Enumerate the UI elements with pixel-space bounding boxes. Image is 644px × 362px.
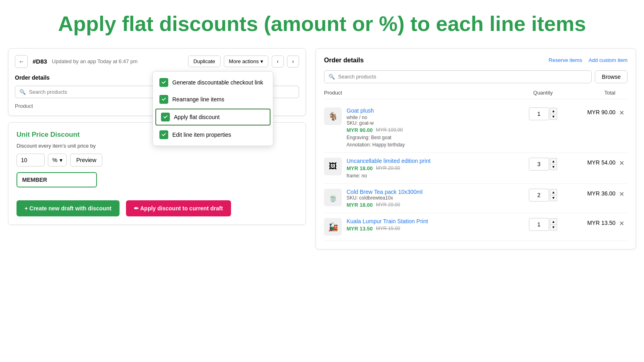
draft-card: ← #D83 Updated by an app Today at 6:47 p… — [8, 48, 306, 116]
price-original: MYR 20.00 — [376, 202, 400, 208]
preview-button[interactable]: Preview — [70, 154, 102, 167]
create-draft-button[interactable]: + Create new draft with discount — [17, 200, 120, 216]
right-panel: Order details Reserve items Add custom i… — [316, 48, 636, 249]
price-row: MYR 18.00 MYR 20.00 — [347, 202, 519, 208]
qty-up-button[interactable]: ▲ — [550, 158, 557, 164]
menu-item-apply-flat[interactable]: Apply flat discount — [155, 109, 270, 125]
table-row: 🚂 Kuala Lumpur Train Station Print MYR 1… — [324, 213, 627, 241]
back-button[interactable]: ← — [15, 55, 28, 68]
nav-next-button[interactable]: › — [287, 56, 299, 68]
menu-item-label: Edit line item properties — [172, 132, 231, 138]
price-current: MYR 13.50 — [347, 226, 373, 232]
search-icon: 🔍 — [328, 74, 335, 80]
quantity-arrows: ▲ ▼ — [550, 108, 557, 120]
check-icon — [161, 113, 170, 121]
quantity-cell: 1 ▲ ▼ — [519, 107, 567, 120]
nav-prev-button[interactable]: ‹ — [272, 56, 284, 68]
chevron-down-icon: ▾ — [60, 157, 62, 163]
product-image: 🖼 — [324, 158, 342, 175]
left-panel: ← #D83 Updated by an app Today at 6:47 p… — [8, 48, 306, 249]
duplicate-button[interactable]: Duplicate — [188, 56, 220, 67]
more-actions-button[interactable]: More actions ▾ — [224, 56, 268, 67]
qty-down-button[interactable]: ▼ — [550, 224, 557, 230]
table-row: 🖼 Uncancellable limited edition print MY… — [324, 153, 627, 184]
col-quantity: Quantity — [519, 90, 567, 96]
product-info: 🖼 Uncancellable limited edition print MY… — [324, 158, 519, 179]
menu-item-rearrange[interactable]: Rearrange line items — [153, 91, 273, 108]
dropdown-menu: Generate discountable checkout link Rear… — [153, 71, 273, 146]
qty-down-button[interactable]: ▼ — [550, 164, 557, 170]
right-search-row: 🔍 Browse — [324, 70, 627, 83]
qty-up-button[interactable]: ▲ — [550, 218, 557, 224]
right-header: Order details Reserve items Add custom i… — [324, 57, 627, 64]
product-list: 🐐 Goat plush white / no SKU: goat-w MYR … — [324, 103, 627, 241]
menu-item-label: Apply flat discount — [174, 114, 220, 120]
qty-down-button[interactable]: ▼ — [550, 195, 557, 201]
quantity-cell: 1 ▲ ▼ — [519, 218, 567, 231]
product-note: Engraving: Best goat — [347, 135, 519, 140]
product-name[interactable]: Cold Brew Tea pack 10x300ml — [347, 189, 519, 195]
table-row: 🐐 Goat plush white / no SKU: goat-w MYR … — [324, 103, 627, 153]
price-current: MYR 90.00 — [347, 127, 373, 133]
browse-button[interactable]: Browse — [595, 70, 627, 83]
product-image: 🐐 — [324, 107, 342, 125]
price-row: MYR 18.00 MYR 20.00 — [347, 165, 519, 171]
product-info: 🐐 Goat plush white / no SKU: goat-w MYR … — [324, 107, 519, 148]
right-search-box[interactable]: 🔍 — [324, 70, 592, 83]
chevron-down-icon: ▾ — [260, 58, 263, 64]
draft-meta: Updated by an app Today at 6:47 pm — [52, 58, 184, 64]
reserve-items-link[interactable]: Reserve items — [549, 57, 582, 63]
discount-value-input[interactable] — [17, 154, 45, 167]
qty-up-button[interactable]: ▲ — [550, 189, 557, 195]
qty-down-button[interactable]: ▼ — [550, 114, 557, 120]
quantity-value: 1 — [529, 107, 549, 120]
product-sku: SKU: coldbrewtea10x — [347, 195, 519, 201]
right-links: Reserve items Add custom item — [549, 57, 627, 63]
total-price: MYR 36.00 — [567, 189, 615, 197]
menu-item-generate[interactable]: Generate discountable checkout link — [153, 74, 273, 91]
product-note: Annotation: Happy birthday — [347, 142, 519, 148]
menu-item-edit-props[interactable]: Edit line item properties — [153, 126, 273, 143]
check-icon — [159, 130, 168, 139]
discount-type-select[interactable]: % ▾ — [48, 154, 67, 167]
product-image: 🚂 — [324, 218, 342, 236]
draft-id: #D83 — [33, 58, 47, 65]
product-name[interactable]: Goat plush — [347, 107, 519, 114]
remove-button[interactable]: ✕ — [615, 218, 627, 227]
add-custom-item-link[interactable]: Add custom item — [588, 57, 627, 63]
product-sku: SKU: goat-w — [347, 120, 519, 126]
page-title: Apply flat discounts (amount or %) to ea… — [0, 0, 644, 44]
right-panel-title: Order details — [324, 57, 364, 64]
table-row: 🍵 Cold Brew Tea pack 10x300ml SKU: coldb… — [324, 184, 627, 213]
product-details: Goat plush white / no SKU: goat-w MYR 90… — [347, 107, 519, 148]
remove-button[interactable]: ✕ — [615, 107, 627, 117]
right-search-input[interactable] — [338, 74, 587, 80]
product-name[interactable]: Uncancellable limited edition print — [347, 158, 519, 164]
product-note: frame: no — [347, 173, 519, 179]
price-current: MYR 18.00 — [347, 202, 373, 208]
total-price: MYR 13.50 — [567, 218, 615, 226]
col-total: Total — [567, 90, 615, 96]
total-price: MYR 90.00 — [567, 107, 615, 115]
product-variant: white / no — [347, 115, 519, 120]
menu-item-label: Generate discountable checkout link — [172, 79, 263, 86]
price-original: MYR 15.00 — [376, 226, 400, 231]
search-icon: 🔍 — [19, 89, 26, 95]
price-original: MYR 100.00 — [376, 127, 403, 133]
remove-button[interactable]: ✕ — [615, 158, 627, 167]
apply-discount-button[interactable]: ✏ Apply discount to current draft — [126, 200, 231, 216]
product-info: 🚂 Kuala Lumpur Train Station Print MYR 1… — [324, 218, 519, 236]
quantity-arrows: ▲ ▼ — [550, 189, 557, 201]
discount-tag-input[interactable] — [17, 172, 97, 187]
price-row: MYR 90.00 MYR 100.00 — [347, 127, 519, 133]
qty-up-button[interactable]: ▲ — [550, 108, 557, 114]
product-details: Uncancellable limited edition print MYR … — [347, 158, 519, 179]
price-row: MYR 13.50 MYR 15.00 — [347, 226, 519, 232]
product-image: 🍵 — [324, 189, 342, 206]
check-icon — [159, 78, 168, 87]
product-name[interactable]: Kuala Lumpur Train Station Print — [347, 218, 519, 224]
remove-button[interactable]: ✕ — [615, 189, 627, 198]
product-table-header: Product Quantity Total — [324, 90, 627, 99]
product-details: Kuala Lumpur Train Station Print MYR 13.… — [347, 218, 519, 232]
check-icon — [159, 95, 168, 104]
